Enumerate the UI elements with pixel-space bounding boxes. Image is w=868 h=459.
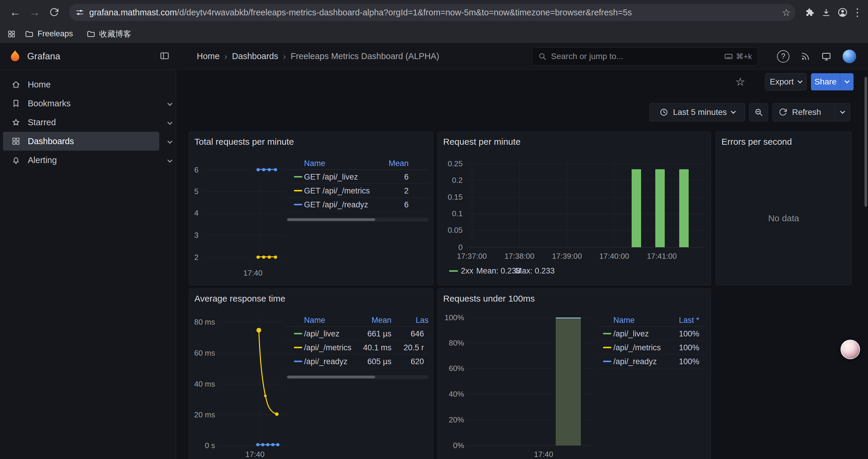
series-last: 20.5 r [404, 343, 424, 352]
series-point [262, 168, 265, 171]
share-label[interactable]: Share [811, 73, 840, 90]
series-point [256, 443, 259, 446]
breadcrumb-home[interactable]: Home [197, 52, 219, 61]
panel-title[interactable]: Total requests per minute [194, 137, 294, 147]
user-avatar[interactable] [843, 50, 856, 63]
sidebar-item-alerting[interactable]: Alerting [3, 151, 159, 169]
reload-button[interactable] [45, 4, 63, 21]
apps-grid-button[interactable] [7, 30, 16, 38]
sidebar-item-label: Dashboards [28, 136, 74, 146]
time-range-picker[interactable]: Last 5 minutes [649, 103, 745, 121]
puzzle-icon [805, 8, 814, 17]
share-button[interactable]: Share [811, 73, 854, 90]
bookmark-star-icon[interactable]: ☆ [782, 7, 790, 18]
legend-series-name[interactable]: 2xx [461, 266, 473, 275]
search-input[interactable]: Search or jump to... ⌘+k [532, 47, 758, 66]
keyboard-icon [724, 52, 733, 61]
header-left: Grafana [0, 43, 176, 69]
column-header-last[interactable]: Last * [679, 316, 699, 325]
x-tick: 17:39:00 [548, 252, 586, 261]
url-path: /d/deytv4rwavabkb/freeleaps-metrics-dash… [177, 8, 632, 17]
header-icons: ? [777, 43, 856, 69]
refresh-interval-dropdown[interactable] [835, 103, 850, 121]
series-name[interactable]: /api/_readyz [304, 357, 347, 366]
export-button[interactable]: Export [765, 73, 807, 90]
panel-request-per-minute: Request per minute 0.25 0.2 0.15 0.1 0.0… [438, 132, 711, 285]
favorite-star-button[interactable]: ☆ [735, 76, 745, 88]
back-button[interactable]: ← [6, 4, 24, 21]
column-header-mean[interactable]: Mean [389, 159, 409, 168]
scrollbar-thumb[interactable] [287, 376, 375, 379]
bar-2xx [679, 169, 689, 247]
legend-table: Name Mean Las /api/_livez 661 µs 646 /ap… [286, 314, 429, 372]
series-name[interactable]: /api/_livez [613, 329, 649, 338]
breadcrumb-dashboards[interactable]: Dashboards [232, 52, 278, 61]
help-icon: ? [781, 52, 785, 61]
series-name[interactable]: GET /api/_livez [304, 172, 358, 182]
column-header-name[interactable]: Name [613, 316, 634, 325]
sidebar-item-starred[interactable]: Starred [3, 113, 159, 132]
series-color-dash [294, 204, 302, 205]
sidebar-item-home[interactable]: Home [3, 75, 159, 94]
chevron-down-icon[interactable] [168, 154, 172, 164]
bookmark-label: 收藏博客 [99, 29, 131, 39]
breadcrumb-current: Freeleaps Metrics Dashboard (ALPHA) [291, 52, 439, 61]
table-row: GET /api/_livez 6 [286, 170, 429, 184]
assistant-avatar[interactable] [840, 340, 860, 359]
sidebar-item-dashboards[interactable]: Dashboards [3, 132, 159, 151]
downloads-button[interactable] [818, 4, 834, 21]
x-tick: 17:37:00 [453, 252, 491, 261]
site-controls-icon[interactable] [75, 8, 85, 17]
scrollbar-thumb[interactable] [287, 218, 375, 221]
panel-title[interactable]: Requests under 100ms [443, 294, 535, 304]
series-name[interactable]: /api/_/metrics [613, 343, 661, 352]
share-dropdown-button[interactable] [840, 73, 854, 90]
column-header-mean[interactable]: Mean [371, 316, 392, 325]
chevron-down-icon[interactable] [168, 135, 172, 145]
column-header-name[interactable]: Name [304, 159, 325, 168]
bar-under-100ms [556, 318, 581, 446]
series-name[interactable]: /api/_livez [304, 329, 339, 338]
column-header-last[interactable]: Las [416, 316, 429, 325]
forward-button[interactable]: → [26, 4, 43, 21]
dock-menu-button[interactable] [159, 51, 169, 62]
series-name[interactable]: GET /api/_/metrics [304, 186, 370, 196]
table-row: /api/_livez 100% [597, 327, 706, 340]
url-bar[interactable]: grafana.mathmast.com/d/deytv4rwavabkb/fr… [69, 4, 795, 21]
series-name[interactable]: /api/_/metrics [304, 343, 351, 352]
dashboard-content: ☆ Export Share Last 5 minutes Refresh To… [176, 70, 868, 459]
browser-menu-button[interactable]: ⋮ [851, 6, 864, 19]
bookmark-item-blog[interactable]: 收藏博客 [82, 27, 136, 41]
help-button[interactable]: ? [777, 50, 789, 63]
breadcrumb-separator: › [224, 52, 227, 61]
gridline [472, 162, 472, 247]
grafana-logo[interactable] [8, 50, 22, 63]
time-range-label: Last 5 minutes [673, 107, 727, 117]
sidebar-item-bookmarks[interactable]: Bookmarks [3, 94, 159, 113]
news-rss-icon[interactable] [801, 52, 810, 61]
sidebar-item-label: Bookmarks [28, 99, 71, 108]
bookmark-item-freeleaps[interactable]: Freeleaps [20, 28, 78, 40]
chevron-down-icon[interactable] [168, 97, 172, 107]
no-data-message: No data [716, 213, 851, 223]
monitor-icon[interactable] [821, 52, 831, 61]
table-scrollbar[interactable] [286, 375, 429, 379]
refresh-label: Refresh [792, 107, 821, 117]
column-header-name[interactable]: Name [304, 316, 325, 325]
series-name[interactable]: /api/_readyz [613, 357, 657, 366]
panel-title[interactable]: Errors per second [721, 137, 792, 147]
chevron-down-icon[interactable] [168, 117, 172, 126]
refresh-button[interactable]: Refresh [772, 103, 850, 121]
gridline [614, 162, 615, 247]
series-mean: 661 µs [367, 329, 392, 338]
panel-title[interactable]: Request per minute [443, 137, 521, 147]
export-label: Export [770, 77, 794, 87]
page-scrollbar[interactable] [864, 77, 867, 207]
zoom-out-button[interactable] [749, 103, 768, 121]
table-scrollbar[interactable] [286, 218, 429, 222]
series-name[interactable]: GET /api/_/readyz [304, 200, 368, 209]
gridline [467, 214, 705, 214]
extensions-button[interactable] [801, 4, 818, 21]
home-icon [11, 80, 21, 89]
profile-button[interactable] [834, 4, 851, 21]
